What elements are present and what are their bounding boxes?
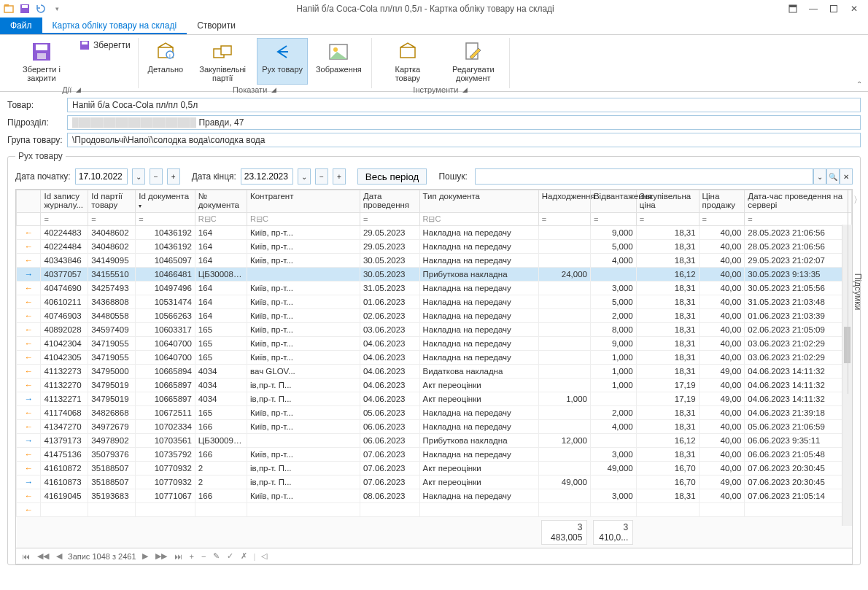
- table-row[interactable]: ←408920283459740910603317165Київ, пр-т..…: [17, 323, 852, 337]
- collapse-ribbon-icon[interactable]: ⌃: [856, 80, 862, 88]
- table-row[interactable]: ←4113227334795000106658944034вач GLOV...…: [17, 365, 852, 379]
- save-button[interactable]: Зберегти: [76, 38, 133, 53]
- col-header[interactable]: Тип документа: [419, 190, 538, 213]
- qat-open-icon[interactable]: [3, 3, 15, 15]
- table-row[interactable]: ←407469033448055810566263164Київ, пр-т..…: [17, 309, 852, 323]
- ribbon-mode-icon[interactable]: [788, 4, 798, 14]
- nav-cancel-icon[interactable]: ✗: [239, 551, 249, 561]
- date-end-input[interactable]: [241, 168, 293, 185]
- table-row[interactable]: ←4113227034795019106658974034ів,пр-т. П.…: [17, 379, 852, 392]
- detail-button[interactable]: iДетально: [143, 38, 189, 85]
- filter-cell[interactable]: =: [636, 213, 699, 226]
- nav-prev-icon[interactable]: ◀: [55, 551, 63, 561]
- table-row[interactable]: ←416190453519368310771067166Київ, пр-т..…: [17, 489, 852, 503]
- nav-remove-icon[interactable]: −: [200, 552, 207, 561]
- table-row[interactable]: ←414751363507937610735792166Київ, пр-т..…: [17, 448, 852, 462]
- table-row[interactable]: →4161087335188507107709322ів,пр-т. П...0…: [17, 476, 852, 489]
- close-button[interactable]: ✕: [849, 4, 859, 14]
- division-field[interactable]: ████████████████████ Правди, 47: [67, 115, 861, 130]
- date-start-minus[interactable]: −: [150, 168, 163, 185]
- side-totals-tab[interactable]: Підсумки: [848, 190, 868, 394]
- grid-header[interactable]: Id запису журналу...Id партії товаруId д…: [17, 190, 852, 213]
- date-end-dropdown[interactable]: ⌄: [298, 168, 311, 185]
- table-row[interactable]: ←410423043471905510640700165Київ, пр-т..…: [17, 337, 852, 351]
- table-row[interactable]: →4113227134795019106658974034ів,пр-т. П.…: [17, 392, 852, 406]
- nav-add-icon[interactable]: +: [188, 552, 195, 561]
- nav-prevpage-icon[interactable]: ◀◀: [36, 551, 50, 561]
- col-header[interactable]: Контрагент: [247, 190, 360, 213]
- filter-cell[interactable]: =: [88, 213, 136, 226]
- search-find-icon[interactable]: 🔍: [826, 168, 840, 185]
- qat-refresh-icon[interactable]: [35, 3, 47, 15]
- date-end-minus[interactable]: −: [315, 168, 328, 185]
- table-row[interactable]: ←403438463414909510465097164Київ, пр-т..…: [17, 254, 852, 268]
- table-row[interactable]: ←406102113436880810531474164Київ, пр-т..…: [17, 295, 852, 309]
- table-row[interactable]: ←: [17, 503, 852, 517]
- group-launcher-icon[interactable]: ◢: [271, 86, 276, 93]
- date-start-input[interactable]: [75, 168, 128, 185]
- filter-cell[interactable]: =: [41, 213, 88, 226]
- tab-card[interactable]: Картка обліку товару на складі: [42, 18, 187, 34]
- movement-grid[interactable]: Id запису журналу...Id партії товаруId д…: [16, 190, 852, 548]
- filter-cell[interactable]: =: [136, 213, 195, 226]
- tab-file[interactable]: Файл: [0, 18, 42, 34]
- grid-filter-row[interactable]: ===R⊟CR⊟C=R⊟C=====: [17, 213, 852, 226]
- nav-first-icon[interactable]: ⏮: [20, 552, 31, 561]
- tab-create[interactable]: Створити: [187, 18, 246, 34]
- filter-cell[interactable]: =: [745, 213, 852, 226]
- date-start-plus[interactable]: +: [167, 168, 180, 185]
- nav-edit-icon[interactable]: ✎: [212, 551, 221, 561]
- table-row[interactable]: ←402244833404860210436192164Київ, пр-т..…: [17, 226, 852, 240]
- table-row[interactable]: ←413472703497267910702334166Київ, пр-т..…: [17, 420, 852, 434]
- col-header[interactable]: [17, 190, 41, 213]
- card-button[interactable]: Картка товару: [376, 38, 439, 85]
- group-launcher-icon[interactable]: ◢: [462, 86, 468, 93]
- col-header[interactable]: Ціна продажу: [699, 190, 745, 213]
- col-header[interactable]: Id документа ▾: [136, 190, 195, 213]
- table-row[interactable]: ←411740683482686810672511165Київ, пр-т..…: [17, 406, 852, 420]
- maximize-button[interactable]: [829, 4, 839, 14]
- edit-doc-button[interactable]: Редагувати документ: [442, 38, 505, 85]
- image-button[interactable]: Зображення: [311, 38, 367, 85]
- table-row[interactable]: →413791733497890210703561ЦБ300094...06.0…: [17, 434, 852, 448]
- filter-cell[interactable]: [17, 213, 41, 226]
- group-launcher-icon[interactable]: ◢: [76, 86, 81, 93]
- col-header[interactable]: Закупівельна ціна: [636, 190, 699, 213]
- nav-last-icon[interactable]: ⏭: [173, 552, 184, 561]
- col-header[interactable]: Відвантаження: [590, 190, 636, 213]
- filter-cell[interactable]: R⊟C: [419, 213, 538, 226]
- search-clear-icon[interactable]: ✕: [840, 168, 853, 185]
- movement-button[interactable]: Рух товару: [257, 38, 308, 85]
- nav-nextpage-icon[interactable]: ▶▶: [154, 551, 168, 561]
- save-close-button[interactable]: Зберегти і закрити: [10, 38, 73, 85]
- filter-cell[interactable]: =: [590, 213, 636, 226]
- nav-expand-left-icon[interactable]: ◁: [260, 551, 268, 561]
- group-field[interactable]: \Продовольчі\Напої\солодка вода\солодка …: [67, 133, 861, 147]
- nav-next-icon[interactable]: ▶: [141, 551, 150, 561]
- col-header[interactable]: № документа: [195, 190, 247, 213]
- date-start-dropdown[interactable]: ⌄: [132, 168, 145, 185]
- product-field[interactable]: Напій б/а Coca-Cola пл/пл 0,5л: [67, 98, 861, 112]
- filter-cell[interactable]: =: [699, 213, 745, 226]
- filter-cell[interactable]: =: [538, 213, 590, 226]
- col-header[interactable]: Id партії товару: [88, 190, 136, 213]
- minimize-button[interactable]: —: [808, 4, 818, 14]
- table-row[interactable]: ←410423053471905510640700165Київ, пр-т..…: [17, 351, 852, 365]
- date-end-plus[interactable]: +: [333, 168, 346, 185]
- filter-cell[interactable]: =: [360, 213, 419, 226]
- search-input[interactable]: [475, 168, 813, 185]
- batches-button[interactable]: Закупівельні партії: [191, 38, 254, 85]
- col-header[interactable]: Надходження: [538, 190, 590, 213]
- nav-apply-icon[interactable]: ✓: [225, 551, 235, 561]
- col-header[interactable]: Дата-час проведення на сервері: [745, 190, 852, 213]
- col-header[interactable]: Id запису журналу...: [41, 190, 88, 213]
- table-row[interactable]: ←4161087235188507107709322ів,пр-т. П...0…: [17, 462, 852, 476]
- qat-dropdown-icon[interactable]: ▾: [51, 3, 63, 15]
- filter-cell[interactable]: R⊟C: [247, 213, 360, 226]
- table-row[interactable]: ←402244843404860210436192164Київ, пр-т..…: [17, 240, 852, 254]
- table-row[interactable]: ←404746903425749310497496164Київ, пр-т..…: [17, 282, 852, 295]
- col-header[interactable]: Дата проведення: [360, 190, 419, 213]
- filter-cell[interactable]: R⊟C: [195, 213, 247, 226]
- whole-period-button[interactable]: Весь період: [357, 168, 427, 185]
- search-dropdown[interactable]: ⌄: [813, 168, 826, 185]
